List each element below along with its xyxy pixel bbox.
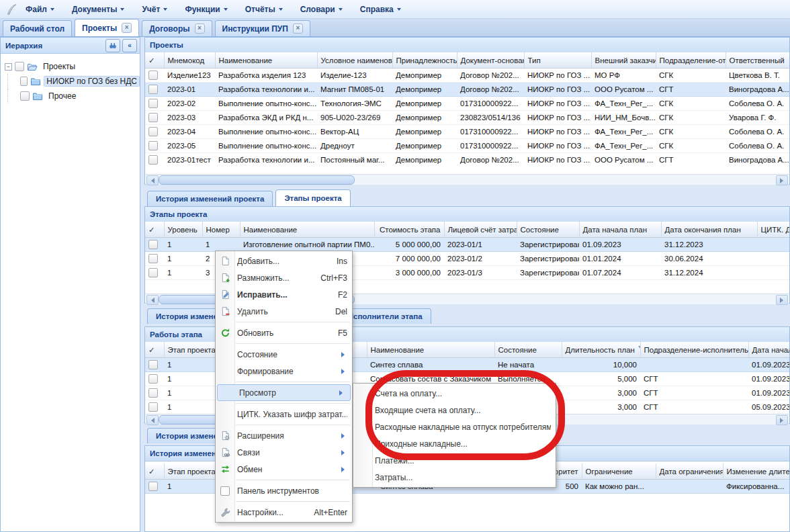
menu-dictionaries[interactable]: Словари — [300, 5, 343, 14]
tab-contracts[interactable]: Договоры× — [142, 20, 212, 36]
column-header[interactable]: ✓ — [145, 463, 164, 480]
table-row[interactable]: 2023-03Разработка ЭКД и РКД н...905-U020… — [145, 111, 789, 125]
close-icon[interactable]: × — [293, 24, 303, 34]
menu-item[interactable]: Исправить...F2 — [216, 286, 352, 303]
menu-item[interactable]: Просмотр — [217, 384, 351, 401]
collapse-node-icon[interactable]: − — [5, 63, 12, 71]
row-checkbox[interactable] — [148, 155, 158, 165]
menu-item[interactable]: Затраты... — [353, 469, 556, 486]
tab-stage-executors[interactable]: Исполнители этапа — [339, 308, 431, 324]
row-checkbox[interactable] — [148, 240, 158, 249]
menu-documents[interactable]: Документы — [72, 5, 124, 14]
column-header[interactable]: Подразделение-исполнитель.. — [640, 342, 748, 358]
column-header[interactable]: Состояние — [494, 342, 562, 358]
horizontal-scrollbar[interactable] — [146, 174, 789, 185]
column-header[interactable]: Номер — [202, 222, 240, 238]
menu-item[interactable]: ОбновитьF5 — [216, 324, 352, 341]
row-checkbox[interactable] — [148, 268, 158, 277]
column-header[interactable]: Ограничение — [582, 463, 656, 480]
scroll-left-icon[interactable] — [146, 415, 159, 425]
row-checkbox[interactable] — [148, 374, 158, 384]
table-row[interactable]: 2023-04Выполнение опытно-конс...Вектор-А… — [145, 125, 789, 139]
column-header[interactable]: Принадлежность — [392, 52, 457, 69]
column-header[interactable]: Подразделение-от — [656, 52, 726, 69]
menu-item[interactable]: Платежи... — [353, 452, 556, 469]
column-header[interactable]: Ответственный — [726, 52, 789, 69]
menu-functions[interactable]: Функции — [185, 5, 227, 14]
tree-checkbox[interactable] — [15, 62, 24, 71]
tree-node-projects[interactable]: − Проекты — [5, 59, 140, 74]
menu-item[interactable]: ЦИТК. Указать шифр затрат... — [216, 406, 352, 423]
menu-item[interactable]: Формирование — [216, 363, 352, 380]
menu-item[interactable]: УдалитьDel — [216, 303, 352, 320]
menu-help[interactable]: Справка — [360, 5, 401, 14]
column-header[interactable]: Уровень — [164, 222, 202, 238]
row-checkbox[interactable] — [148, 482, 158, 491]
row-checkbox[interactable] — [148, 85, 158, 94]
menu-item[interactable]: Настройки...Alt+Enter — [216, 504, 352, 521]
tree-node-other[interactable]: Прочее — [5, 89, 140, 103]
menu-item[interactable]: Обмен — [216, 461, 352, 478]
column-header[interactable]: Лицевой счёт затрат. — [444, 222, 517, 238]
column-header[interactable]: Наименование — [367, 342, 494, 358]
table-row[interactable]: 2023-01тестРазработка технологии и...Пос… — [145, 153, 789, 167]
column-header[interactable]: ✓ — [145, 342, 164, 358]
menu-item[interactable]: Панель инструментов — [216, 482, 352, 499]
table-row[interactable]: 2023-01Разработка технологии и...Магнит … — [145, 83, 789, 97]
column-header[interactable]: Внешний заказчик — [591, 52, 656, 69]
row-checkbox[interactable] — [148, 254, 158, 263]
column-header[interactable]: ЦИТК. Д — [757, 222, 789, 238]
row-checkbox[interactable] — [148, 99, 158, 108]
scrollbar-thumb[interactable] — [159, 175, 355, 185]
row-checkbox[interactable] — [148, 71, 158, 80]
table-row[interactable]: 11Изготовление опытной партии ПМ0...5 00… — [145, 238, 789, 252]
column-header[interactable]: Стоимость этапа — [374, 222, 444, 238]
row-checkbox[interactable] — [148, 388, 158, 398]
column-header[interactable]: Изменение длител — [723, 463, 789, 480]
menu-item[interactable]: Добавить...Ins — [216, 253, 352, 269]
scroll-right-icon[interactable] — [776, 295, 788, 305]
row-checkbox[interactable] — [148, 127, 158, 136]
table-row[interactable]: Изделие123Разработка изделия 123Изделие-… — [145, 69, 789, 83]
collapse-panel-button[interactable]: « — [122, 39, 137, 52]
find-button[interactable] — [105, 39, 120, 52]
tab-projects[interactable]: Проекты× — [75, 19, 139, 36]
column-header[interactable]: Документ-основан — [457, 52, 524, 69]
column-header[interactable]: Длительность план — [562, 342, 640, 358]
menu-reports[interactable]: Отчёты — [245, 5, 283, 14]
scroll-left-icon[interactable] — [146, 295, 159, 305]
column-header[interactable]: Дата окончания план — [661, 222, 757, 238]
tab-project-change-history[interactable]: История изменений проекта — [147, 191, 273, 206]
column-header[interactable]: Дата начал — [748, 342, 789, 358]
menu-item[interactable]: Связи — [216, 444, 352, 461]
menu-accounting[interactable]: Учёт — [142, 5, 167, 14]
menu-item[interactable]: Приходные накладные... — [353, 435, 556, 452]
row-checkbox[interactable] — [148, 113, 158, 122]
menu-item[interactable]: Счета на оплату... — [353, 385, 556, 402]
close-icon[interactable]: × — [195, 24, 205, 34]
menu-file[interactable]: Файл — [26, 5, 54, 14]
column-header[interactable]: Дата начала план — [579, 222, 661, 238]
menu-item[interactable]: Расходные накладные на отпуск потребител… — [353, 418, 556, 435]
column-header[interactable]: ✓ — [145, 52, 164, 69]
column-header[interactable]: Мнемокод — [164, 52, 215, 69]
table-row[interactable]: 2023-02Выполнение опытно-конс...Технолог… — [145, 97, 789, 111]
tree-checkbox[interactable] — [20, 77, 28, 86]
tree-node-niokr[interactable]: НИОКР по ГОЗ без НДС — [5, 74, 140, 89]
column-header[interactable]: Условное наименова — [317, 52, 392, 69]
column-header[interactable]: Дата ограничения — [656, 463, 723, 480]
table-row[interactable]: 2023-05Выполнение опытно-конс...Дредноут… — [145, 139, 789, 153]
tab-desktop[interactable]: Рабочий стол — [3, 20, 72, 36]
menu-item[interactable]: Входящие счета на оплату... — [353, 402, 556, 418]
tab-instructions[interactable]: Инструкции ПУП× — [215, 20, 310, 36]
row-checkbox[interactable] — [148, 141, 158, 150]
column-header[interactable]: Наименование — [215, 52, 317, 69]
column-header[interactable]: Наименование — [240, 222, 374, 238]
scroll-left-icon[interactable] — [146, 175, 159, 185]
column-header[interactable]: ✓ — [145, 222, 164, 238]
menu-item[interactable]: Размножить...Ctrl+F3 — [216, 269, 352, 286]
menu-item[interactable]: Расширения — [216, 427, 352, 444]
tree-checkbox[interactable] — [20, 91, 30, 101]
column-header[interactable]: Состояние — [517, 222, 579, 238]
scroll-right-icon[interactable] — [776, 175, 788, 185]
